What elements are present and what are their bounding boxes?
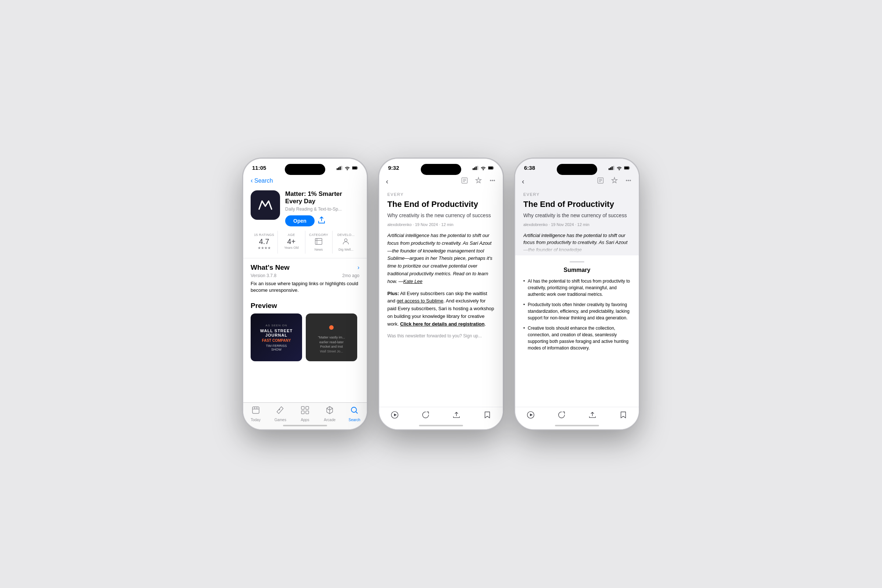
more-icon — [489, 177, 496, 184]
svg-point-34 — [490, 180, 491, 181]
app-name: Matter: 1% Smarter Every Day — [285, 190, 359, 206]
share-button-icon-2 — [452, 411, 460, 419]
svg-rect-43 — [630, 167, 630, 169]
article-plus-paragraph-2: Plus: All Every subscribers can skip the… — [387, 290, 495, 328]
audio-icon-3[interactable] — [558, 411, 566, 420]
preview-images: AS SEEN ON WALL STREET JOURNAL FAST COMP… — [250, 314, 359, 361]
summary-item-2: Productivity tools often hinder creativi… — [524, 302, 631, 321]
phone-3-screen: 6:38 — [515, 159, 639, 429]
play-icon-3[interactable] — [526, 411, 535, 420]
wifi-icon-1 — [344, 166, 350, 170]
phone-1-screen: 11:05 — [243, 159, 367, 429]
share-button[interactable] — [318, 216, 325, 226]
article-subtitle-3: Why creativity is the new currency of su… — [524, 212, 631, 219]
reader-content-2: EVERY The End of Productivity Why creati… — [379, 188, 503, 407]
svg-rect-5 — [358, 167, 358, 169]
ai-sparkle-icon-3[interactable] — [611, 177, 618, 186]
open-button[interactable]: Open — [285, 215, 315, 226]
svg-rect-27 — [494, 167, 494, 169]
arcade-icon — [325, 406, 334, 414]
matter-logo — [256, 196, 274, 214]
reader-format-icon-2[interactable] — [461, 177, 468, 186]
plus-label-2: Plus: — [387, 291, 399, 296]
share-icon-2[interactable] — [452, 411, 460, 420]
back-button[interactable]: ‹ Search — [250, 177, 359, 184]
audio-icon-2[interactable] — [422, 411, 430, 420]
play-icon-2[interactable] — [391, 411, 399, 420]
svg-point-49 — [628, 180, 629, 181]
registration-link[interactable]: Click here for details and registration — [400, 321, 485, 327]
phone-3-top-section: EVERY The End of Productivity Why creati… — [515, 188, 639, 255]
whats-new-chevron-icon[interactable]: › — [358, 264, 359, 271]
preview-1-fc: FAST COMPANY — [262, 339, 291, 342]
tab-search-label: Search — [349, 418, 360, 422]
share-btn-icon-3 — [588, 411, 597, 419]
rating-col-category: CATEGORY News — [305, 231, 333, 254]
tab-apps[interactable]: Apps — [292, 406, 317, 422]
app-info: Matter: 1% Smarter Every Day Daily Readi… — [285, 190, 359, 226]
reader-nav-left-3: ‹ — [522, 177, 524, 186]
age-value: 4+ — [287, 237, 296, 246]
apps-icon — [301, 406, 309, 414]
whats-new-title: What's New — [250, 264, 290, 272]
article-body-3-truncated: Artificial intelligence has the potentia… — [524, 232, 631, 254]
preview-1-seen: AS SEEN ON — [266, 324, 287, 327]
reader-format-icon-3[interactable] — [597, 177, 604, 186]
tab-games[interactable]: Games — [268, 406, 292, 422]
svg-rect-38 — [609, 168, 610, 170]
sublime-link[interactable]: get access to Sublime — [396, 298, 443, 303]
wifi-icon-3 — [616, 166, 622, 170]
tab-arcade[interactable]: Arcade — [318, 406, 342, 422]
ratings-count-label: 15 RATINGS — [254, 233, 274, 237]
svg-rect-28 — [488, 166, 493, 169]
phone-2-reader: 9:32 — [378, 158, 504, 430]
kate-lee-link[interactable]: Kate Lee — [403, 279, 422, 284]
svg-rect-0 — [337, 168, 338, 170]
more-options-icon-2[interactable] — [489, 177, 496, 186]
ai-sparkle-icon-2[interactable] — [475, 177, 482, 186]
time-ago-text: 2mo ago — [342, 273, 359, 278]
tab-search[interactable]: Search — [342, 406, 367, 422]
back-arrow-icon-2[interactable]: ‹ — [386, 177, 388, 186]
svg-marker-37 — [394, 413, 396, 416]
bookmark-icon-2[interactable] — [483, 411, 491, 420]
games-icon — [276, 406, 285, 414]
phones-container: 11:05 — [243, 158, 639, 430]
panel-drag-handle[interactable] — [570, 261, 584, 262]
svg-point-50 — [626, 180, 627, 181]
whats-new-section: What's New › Version 3.7.8 2mo ago Fix a… — [243, 258, 367, 297]
status-icons-2 — [472, 166, 494, 170]
tab-today[interactable]: Today — [243, 406, 268, 422]
article-title-2: The End of Productivity — [387, 200, 495, 209]
svg-rect-7 — [315, 238, 322, 245]
sparkle-icon — [475, 177, 482, 184]
summary-item-1: AI has the potential to shift focus from… — [524, 278, 631, 298]
preview-2-text: "Matter vastly im...earlier read-laterPo… — [318, 335, 345, 354]
bookmark-icon-3[interactable] — [619, 411, 627, 420]
svg-rect-2 — [340, 166, 340, 170]
svg-point-10 — [345, 238, 347, 241]
share-icon-3[interactable] — [588, 411, 597, 420]
wifi-icon-2 — [480, 166, 486, 170]
signal-icon-3 — [609, 166, 615, 170]
article-subtitle-2: Why creativity is the new currency of su… — [387, 212, 495, 219]
status-time-3: 6:38 — [524, 165, 535, 171]
today-icon — [251, 406, 260, 414]
svg-rect-44 — [624, 166, 629, 169]
whats-new-body: Fix an issue where tapping links or high… — [250, 280, 359, 294]
article-meta-2: alexdobrenko · 19 Nov 2024 · 12 min — [387, 222, 495, 227]
reader-nav-3: ‹ — [515, 174, 639, 188]
battery-icon-1 — [352, 166, 358, 170]
back-arrow-icon-3[interactable]: ‹ — [522, 177, 524, 186]
status-bar-3: 6:38 — [515, 159, 639, 174]
more-options-icon-3[interactable] — [625, 177, 632, 186]
svg-rect-16 — [302, 406, 304, 410]
status-time-2: 9:32 — [388, 165, 399, 171]
age-sub: Years Old — [284, 246, 298, 249]
developer-icon — [342, 237, 350, 248]
rating-col-age: AGE 4+ Years Old — [278, 231, 305, 254]
preview-2-logo: ● — [328, 321, 335, 333]
bookmark-button-icon-2 — [483, 411, 491, 419]
preview-image-1: AS SEEN ON WALL STREET JOURNAL FAST COMP… — [250, 314, 302, 361]
svg-rect-40 — [612, 166, 613, 170]
